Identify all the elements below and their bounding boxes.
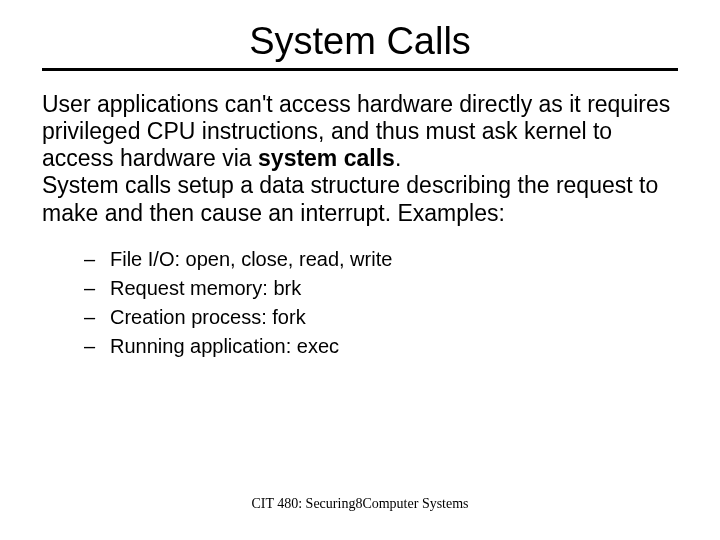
list-item: – Creation process: fork bbox=[84, 303, 678, 332]
list-dash: – bbox=[84, 274, 96, 303]
paragraph-1-tail: . bbox=[395, 145, 401, 171]
footer-text-right: Computer Systems bbox=[362, 496, 468, 511]
title-underline bbox=[42, 68, 678, 71]
list-item-text: Request memory: brk bbox=[110, 274, 301, 303]
list-dash: – bbox=[84, 332, 96, 361]
paragraph-1-bold: system calls bbox=[258, 145, 395, 171]
slide-title: System Calls bbox=[42, 20, 678, 63]
slide-footer: CIT 480: Securing8Computer Systems bbox=[0, 496, 720, 512]
paragraph-2: System calls setup a data structure desc… bbox=[42, 172, 678, 226]
slide-content: System Calls User applications can't acc… bbox=[0, 0, 720, 361]
list-item-text: File I/O: open, close, read, write bbox=[110, 245, 392, 274]
list-item: – File I/O: open, close, read, write bbox=[84, 245, 678, 274]
list-item: – Running application: exec bbox=[84, 332, 678, 361]
list-item-text: Running application: exec bbox=[110, 332, 339, 361]
list-item: – Request memory: brk bbox=[84, 274, 678, 303]
paragraph-1: User applications can't access hardware … bbox=[42, 91, 678, 172]
list-dash: – bbox=[84, 303, 96, 332]
example-list: – File I/O: open, close, read, write – R… bbox=[84, 245, 678, 361]
list-item-text: Creation process: fork bbox=[110, 303, 306, 332]
footer-text-left: CIT 480: Securing bbox=[251, 496, 355, 511]
list-dash: – bbox=[84, 245, 96, 274]
